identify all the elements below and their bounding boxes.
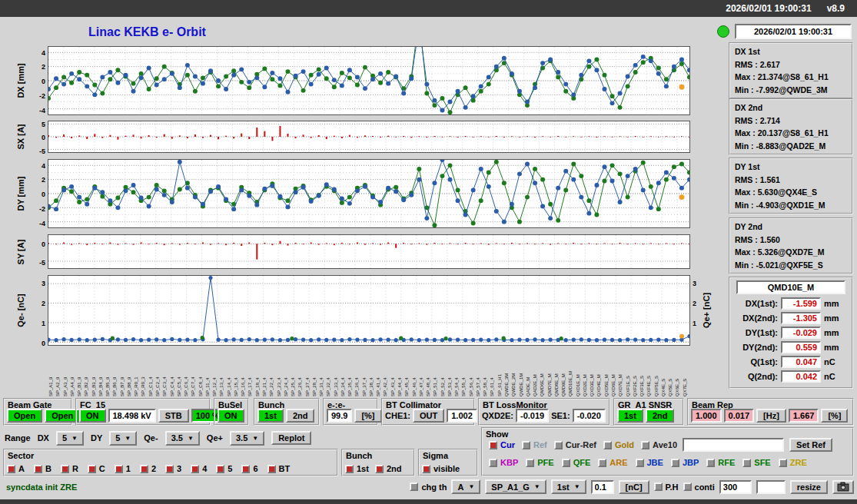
checkbox-6[interactable] bbox=[241, 465, 250, 473]
checkbox-2[interactable] bbox=[140, 465, 148, 473]
range-dy-select[interactable]: 5 ▼ bbox=[109, 431, 137, 446]
stat-line: Min : -4.903@QXD1E_M bbox=[735, 199, 847, 212]
checkbox-item-c[interactable]: C bbox=[88, 464, 105, 473]
checkbox-item-bt[interactable]: BT bbox=[267, 464, 291, 473]
checkbox-item-cur[interactable]: Cur bbox=[489, 440, 515, 449]
checkbox-cur-ref[interactable] bbox=[554, 441, 563, 449]
range-dy-value: 5 bbox=[115, 433, 120, 443]
checkbox-3[interactable] bbox=[165, 465, 174, 473]
checkbox-qfe[interactable] bbox=[562, 459, 570, 467]
count-input[interactable] bbox=[719, 480, 752, 494]
checkbox-item-4[interactable]: 4 bbox=[191, 464, 207, 473]
bunch-order-select[interactable]: 1st ▼ bbox=[551, 479, 586, 494]
checkbox-item-visible[interactable]: visible bbox=[422, 464, 460, 473]
sp-select[interactable]: SP_A1_G ▼ bbox=[485, 479, 546, 494]
x-axis-label: SP_17_4 bbox=[247, 347, 254, 396]
x-axis-label: QXD5E_M bbox=[603, 347, 610, 396]
checkbox-item-cur-ref[interactable]: Cur-Ref bbox=[554, 440, 596, 449]
che1-out-button[interactable]: OUT bbox=[413, 409, 444, 423]
snsr-2nd-button[interactable]: 2nd bbox=[646, 409, 675, 423]
checkbox-b[interactable] bbox=[34, 465, 42, 473]
beam-gate-open-button-1[interactable]: Open bbox=[7, 409, 42, 423]
stat-box-dy-1st: DY 1stRMS : 1.561Max : 5.630@QX4E_SMin :… bbox=[729, 158, 853, 214]
checkbox-item-jbe[interactable]: JBE bbox=[636, 458, 663, 467]
checkbox-item-1[interactable]: 1 bbox=[115, 464, 131, 473]
conti-checkbox-item[interactable]: conti bbox=[683, 482, 715, 492]
checkbox-label-b: B bbox=[45, 464, 51, 473]
busel-on-button[interactable]: ON bbox=[218, 409, 244, 423]
checkbox-cur[interactable] bbox=[489, 441, 497, 449]
checkbox-item-ave10[interactable]: Ave10 bbox=[641, 440, 677, 449]
checkbox-5[interactable] bbox=[216, 465, 224, 473]
checkbox-item-3[interactable]: 3 bbox=[165, 464, 181, 473]
checkbox-item-2nd[interactable]: 2nd bbox=[375, 464, 402, 473]
checkbox-ref[interactable] bbox=[522, 441, 530, 449]
set-ref-button[interactable]: Set Ref bbox=[789, 438, 832, 452]
threshold-input[interactable] bbox=[591, 480, 614, 494]
ref-input[interactable] bbox=[683, 438, 784, 452]
mode-select[interactable]: A ▼ bbox=[451, 479, 480, 494]
x-axis-label: SP_61_H1 bbox=[497, 347, 503, 396]
checkbox-visible[interactable] bbox=[422, 465, 430, 473]
checkbox-kbp[interactable] bbox=[489, 459, 497, 467]
checkbox-item-are[interactable]: ARE bbox=[598, 458, 627, 467]
snsr-1st-button[interactable]: 1st bbox=[617, 409, 643, 423]
ph-checkbox[interactable] bbox=[654, 482, 663, 491]
range-qem-value: 3.5 bbox=[171, 433, 183, 443]
checkbox-item-qfe[interactable]: QFE bbox=[562, 458, 591, 467]
extra-input[interactable] bbox=[756, 480, 786, 494]
checkbox-item-zre[interactable]: ZRE bbox=[779, 458, 807, 467]
range-qep-select[interactable]: 3.5 ▼ bbox=[230, 431, 264, 446]
chg-th-checkbox[interactable] bbox=[410, 482, 418, 491]
checkbox-item-b[interactable]: B bbox=[34, 464, 51, 473]
checkbox-2nd[interactable] bbox=[375, 465, 384, 473]
y-tick-label: 2 bbox=[25, 300, 45, 307]
range-dx-select[interactable]: 5 ▼ bbox=[56, 431, 84, 446]
checkbox-item-sfe[interactable]: SFE bbox=[742, 458, 770, 467]
checkbox-rfe[interactable] bbox=[706, 459, 715, 467]
checkbox-item-jbp[interactable]: JBP bbox=[671, 458, 699, 467]
checkbox-item-rfe[interactable]: RFE bbox=[706, 458, 735, 467]
checkbox-label-2nd: 2nd bbox=[387, 464, 402, 473]
checkbox-4[interactable] bbox=[191, 465, 199, 473]
checkbox-item-1st[interactable]: 1st bbox=[345, 464, 369, 473]
ph-checkbox-item[interactable]: P.H bbox=[654, 482, 679, 492]
checkbox-item-r[interactable]: R bbox=[61, 464, 78, 473]
range-qem-select[interactable]: 3.5 ▼ bbox=[165, 431, 200, 446]
checkbox-item-5[interactable]: 5 bbox=[216, 464, 232, 473]
checkbox-item-2[interactable]: 2 bbox=[140, 464, 156, 473]
snapshot-button[interactable] bbox=[832, 480, 854, 494]
checkbox-jbp[interactable] bbox=[671, 459, 679, 467]
checkbox-are[interactable] bbox=[598, 459, 606, 467]
fc15-stb-button[interactable]: STB bbox=[158, 409, 189, 423]
checkbox-c[interactable] bbox=[88, 465, 96, 473]
checkbox-item-kbp[interactable]: KBP bbox=[489, 458, 518, 467]
checkbox-item-gold[interactable]: Gold bbox=[603, 440, 634, 449]
checkbox-zre[interactable] bbox=[779, 459, 787, 467]
checkbox-1[interactable] bbox=[115, 465, 123, 473]
checkbox-item-pfe[interactable]: PFE bbox=[526, 458, 553, 467]
checkbox-item-a[interactable]: A bbox=[7, 464, 25, 473]
checkbox-sfe[interactable] bbox=[742, 459, 751, 467]
checkbox-r[interactable] bbox=[61, 465, 69, 473]
y-axis-label-sx: SX [A] bbox=[16, 124, 25, 150]
conti-checkbox[interactable] bbox=[683, 482, 692, 491]
checkbox-item-6[interactable]: 6 bbox=[241, 464, 257, 473]
replot-button[interactable]: Replot bbox=[271, 431, 311, 445]
checkbox-a[interactable] bbox=[7, 465, 15, 473]
checkbox-1st[interactable] bbox=[345, 465, 354, 473]
resize-button[interactable]: resize bbox=[790, 480, 828, 494]
fc15-on-button[interactable]: ON bbox=[79, 409, 106, 423]
checkbox-ave10[interactable] bbox=[641, 441, 649, 449]
chg-th-checkbox-item[interactable]: chg th bbox=[410, 482, 447, 492]
checkbox-pfe[interactable] bbox=[526, 459, 534, 467]
checkbox-bt[interactable] bbox=[267, 465, 276, 473]
stat-title: DX 2nd bbox=[735, 101, 847, 114]
checkbox-item-ref[interactable]: Ref bbox=[522, 440, 547, 449]
x-axis-label: SP_25_4 bbox=[290, 347, 297, 396]
bunch-1st-button[interactable]: 1st bbox=[257, 409, 284, 423]
x-axis-label: QX5E_S bbox=[667, 347, 674, 396]
bunch-2nd-button[interactable]: 2nd bbox=[286, 409, 315, 423]
checkbox-jbe[interactable] bbox=[636, 459, 644, 467]
checkbox-gold[interactable] bbox=[603, 441, 612, 449]
